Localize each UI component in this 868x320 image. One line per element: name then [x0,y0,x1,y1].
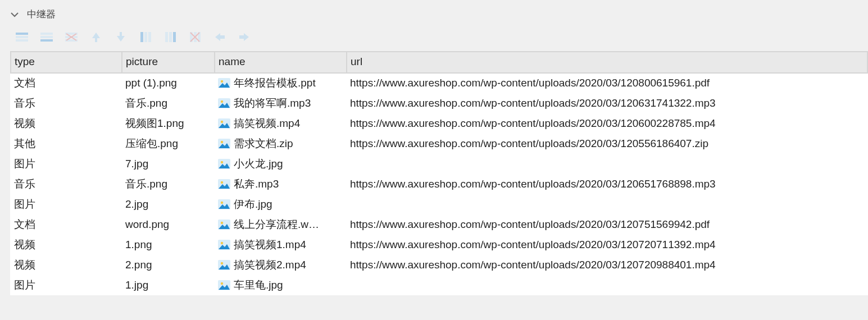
cell-type[interactable]: 图片 [11,154,122,174]
cell-name[interactable]: 年终报告模板.ppt [215,73,347,93]
cell-type[interactable]: 视频 [11,235,122,255]
image-icon [218,118,230,129]
cell-type[interactable]: 文档 [11,214,122,235]
cell-picture[interactable]: 7.jpg [122,154,215,174]
cell-name-text: 搞笑视频1.mp4 [234,237,306,252]
cell-type[interactable]: 音乐 [11,174,122,194]
table-row[interactable]: 视频2.png搞笑视频2.mp4https://www.axureshop.co… [11,255,867,275]
cell-name-text: 我的将军啊.mp3 [234,96,311,111]
svg-point-25 [221,100,223,102]
cell-url[interactable]: https://www.axureshop.com/wp-content/upl… [347,113,867,134]
svg-rect-4 [40,36,53,38]
svg-point-41 [221,262,223,264]
move-up-icon[interactable] [89,31,103,43]
move-right-icon[interactable] [237,31,252,43]
cell-url[interactable]: https://www.axureshop.com/wp-content/upl… [347,214,867,235]
cell-name-text: 车里龟.jpg [234,278,283,292]
svg-point-43 [221,282,223,284]
cell-picture[interactable]: 视频图1.png [122,113,215,134]
cell-url[interactable]: https://www.axureshop.com/wp-content/upl… [347,235,867,255]
move-down-icon[interactable] [113,31,128,43]
svg-point-23 [221,80,223,83]
cell-url[interactable]: https://www.axureshop.com/wp-content/upl… [347,255,867,275]
col-header-name[interactable]: name [215,52,347,73]
cell-name[interactable]: 小火龙.jpg [215,154,347,174]
cell-type[interactable]: 音乐 [11,93,122,113]
cell-name[interactable]: 线上分享流程.w… [215,214,347,235]
svg-rect-16 [173,32,176,42]
image-icon [218,220,230,230]
svg-point-37 [221,221,223,223]
cell-picture[interactable]: 1.png [122,235,215,255]
cell-type[interactable]: 图片 [11,275,122,295]
col-header-picture[interactable]: picture [122,52,215,73]
svg-point-27 [221,120,223,122]
table-row[interactable]: 其他压缩包.png需求文档.ziphttps://www.axureshop.c… [11,134,867,154]
cell-type[interactable]: 其他 [11,134,122,154]
svg-rect-15 [169,32,172,42]
cell-picture[interactable]: 音乐.png [122,174,215,194]
table-row[interactable]: 视频视频图1.png搞笑视频.mp4https://www.axureshop.… [11,113,867,134]
cell-url[interactable]: https://www.axureshop.com/wp-content/upl… [347,93,867,113]
cell-name[interactable]: 私奔.mp3 [215,174,347,194]
cell-picture[interactable]: 2.jpg [122,194,215,214]
table-row[interactable]: 视频1.png搞笑视频1.mp4https://www.axureshop.co… [11,235,867,255]
cell-picture[interactable]: 音乐.png [122,93,215,113]
svg-rect-0 [16,33,28,35]
table-row[interactable]: 文档ppt (1).png年终报告模板.ppthttps://www.axure… [11,73,867,93]
cell-url[interactable] [347,275,867,295]
cell-url[interactable]: https://www.axureshop.com/wp-content/upl… [347,174,867,194]
cell-name-text: 私奔.mp3 [234,177,279,191]
repeater-table[interactable]: type picture name url 文档ppt (1).png年终报告模… [10,51,868,295]
delete-col-icon[interactable] [188,31,202,43]
table-row[interactable]: 图片7.jpg小火龙.jpg [11,154,867,174]
add-col-left-icon[interactable] [138,31,153,43]
add-row-below-icon[interactable] [39,31,54,43]
cell-type[interactable]: 文档 [11,73,122,93]
add-col-right-icon[interactable] [163,31,178,43]
table-row[interactable]: 音乐音乐.png我的将军啊.mp3https://www.axureshop.c… [11,93,867,113]
col-header-url[interactable]: url [347,52,867,73]
cell-picture[interactable]: 2.png [122,255,215,275]
cell-name[interactable]: 搞笑视频2.mp4 [215,255,347,275]
repeater-panel: 中继器 [0,0,868,295]
cell-type[interactable]: 图片 [11,194,122,214]
cell-name[interactable]: 我的将军啊.mp3 [215,93,347,113]
move-left-icon[interactable] [212,31,227,43]
cell-name[interactable]: 搞笑视频1.mp4 [215,235,347,255]
cell-url[interactable]: https://www.axureshop.com/wp-content/upl… [347,134,867,154]
cell-picture[interactable]: word.png [122,214,215,235]
cell-name[interactable]: 需求文档.zip [215,134,347,154]
image-icon [218,260,230,270]
header-row: type picture name url [11,52,867,73]
cell-name[interactable]: 伊布.jpg [215,194,347,214]
svg-point-29 [221,140,223,143]
svg-rect-1 [16,36,28,38]
cell-url[interactable] [347,154,867,174]
image-icon [218,280,230,290]
svg-rect-11 [140,32,143,42]
cell-picture[interactable]: ppt (1).png [122,73,215,93]
table-row[interactable]: 图片2.jpg伊布.jpg [11,194,867,214]
delete-row-icon[interactable] [64,31,79,43]
cell-name[interactable]: 搞笑视频.mp4 [215,113,347,134]
cell-picture[interactable]: 1.jpg [122,275,215,295]
table-row[interactable]: 文档word.png线上分享流程.w…https://www.axureshop… [11,214,867,235]
col-header-type[interactable]: type [11,52,122,73]
image-icon [218,139,230,149]
panel-header[interactable]: 中继器 [0,0,868,25]
table-row[interactable]: 图片1.jpg车里龟.jpg [11,275,867,295]
svg-rect-2 [16,39,28,42]
cell-url[interactable]: https://www.axureshop.com/wp-content/upl… [347,73,867,93]
cell-url[interactable] [347,194,867,214]
repeater-toolbar [0,25,868,51]
add-row-above-icon[interactable] [15,31,29,43]
cell-name-text: 小火龙.jpg [234,157,283,171]
cell-type[interactable]: 视频 [11,255,122,275]
table-row[interactable]: 音乐音乐.png私奔.mp3https://www.axureshop.com/… [11,174,867,194]
cell-name[interactable]: 车里龟.jpg [215,275,347,295]
svg-point-39 [221,241,223,244]
cell-type[interactable]: 视频 [11,113,122,134]
svg-rect-5 [40,39,53,42]
cell-picture[interactable]: 压缩包.png [122,134,215,154]
